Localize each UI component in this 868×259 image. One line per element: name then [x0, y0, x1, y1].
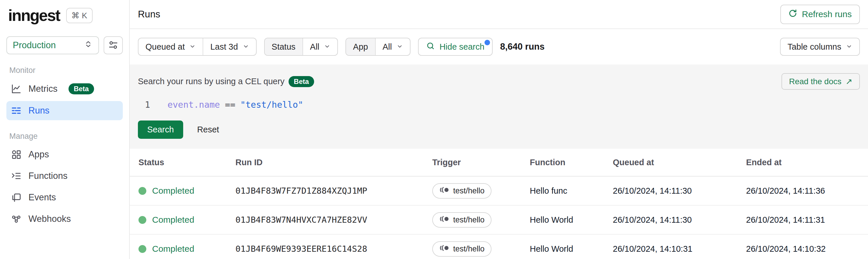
refresh-label: Refresh runs [802, 9, 852, 19]
query-operator: == [225, 99, 236, 110]
table-columns-dropdown[interactable]: Table columns [781, 38, 859, 55]
section-label-monitor: Monitor [9, 66, 123, 75]
cel-query-editor[interactable]: 1 event.name == "test/hello" [138, 98, 860, 111]
sidebar-item-runs[interactable]: Runs [6, 101, 123, 120]
metrics-icon [11, 84, 22, 94]
ended-at-timestamp: 26/10/2024, 14:11:31 [746, 215, 868, 225]
trigger-event-name: test/hello [453, 244, 485, 254]
table-row[interactable]: Completed 01JB4F83W7FZ7D1Z884XZQJ1MP tes… [130, 176, 868, 206]
sidebar-item-label: Runs [28, 106, 49, 116]
section-label-manage: Manage [9, 132, 123, 141]
status-label: Completed [152, 186, 194, 196]
app-filter-label: App [346, 38, 375, 55]
queued-at-timestamp: 26/10/2024, 14:11:30 [613, 215, 746, 225]
sidebar-item-events[interactable]: Events [6, 188, 123, 207]
status-cell: Completed [138, 186, 236, 196]
environment-filter-button[interactable] [104, 36, 123, 54]
webhooks-icon [11, 214, 22, 224]
column-header-status: Status [138, 158, 236, 167]
chevron-down-icon [324, 42, 330, 52]
chevron-down-icon [189, 42, 196, 52]
query-property: event.name [167, 99, 220, 110]
runs-table: Status Run ID Trigger Function Queued at… [130, 149, 868, 259]
table-row[interactable]: Completed 01JB4F69WE9393EERE16C14S28 tes… [130, 235, 868, 259]
run-id: 01JB4F83W7FZ7D1Z884XZQJ1MP [236, 186, 432, 196]
runs-icon [11, 106, 22, 116]
column-header-queued-at: Queued at [613, 158, 746, 167]
column-header-run-id: Run ID [236, 158, 432, 167]
external-link-icon: ↗ [846, 77, 852, 86]
refresh-runs-button[interactable]: Refresh runs [780, 5, 860, 24]
docs-link-label: Read the docs [789, 77, 842, 86]
trigger-cell: test/hello [432, 212, 530, 228]
sidebar-item-label: Apps [28, 149, 49, 160]
trigger-event-name: test/hello [453, 215, 485, 225]
table-row[interactable]: Completed 01JB4F83W7N4HVXC7A7HZE82VV tes… [130, 206, 868, 235]
status-cell: Completed [138, 215, 236, 225]
table-body: Completed 01JB4F83W7FZ7D1Z884XZQJ1MP tes… [130, 176, 868, 259]
app-root: inngest ⌘ K Production Monitor [0, 0, 868, 259]
chevron-down-icon [397, 42, 403, 52]
sliders-icon [108, 40, 118, 51]
beta-badge: Beta [68, 83, 94, 94]
query-string: "test/hello" [240, 99, 303, 110]
status-filter-label: Status [265, 38, 303, 55]
sidebar-item-metrics[interactable]: Metrics Beta [6, 79, 123, 99]
panel-actions: Search Reset [138, 120, 860, 139]
environment-name: Production [13, 40, 56, 51]
cel-query: event.name == "test/hello" [167, 99, 303, 110]
app-filter-dropdown[interactable]: All [375, 38, 410, 55]
notification-dot [485, 40, 490, 45]
filter-bar: Queued at Last 3d Status All App All [130, 29, 868, 64]
status-dot-completed [138, 216, 146, 224]
function-name: Hello World [530, 215, 613, 225]
panel-head: Search your runs by using a CEL query Be… [138, 73, 860, 90]
page-header: Runs Refresh runs [130, 0, 868, 29]
column-header-function: Function [530, 158, 613, 167]
sidebar-item-functions[interactable]: Functions [6, 166, 123, 185]
trigger-pill: test/hello [432, 183, 492, 199]
ended-at-timestamp: 26/10/2024, 14:10:32 [746, 244, 868, 254]
trigger-cell: test/hello [432, 241, 530, 257]
sidebar-item-label: Events [28, 192, 56, 203]
events-icon [11, 192, 22, 203]
apps-icon [11, 149, 22, 160]
status-filter-dropdown[interactable]: All [303, 38, 337, 55]
trigger-pill: test/hello [432, 241, 492, 257]
logo-row: inngest ⌘ K [6, 6, 123, 24]
cel-search-panel: Search your runs by using a CEL query Be… [130, 64, 868, 149]
sidebar-item-apps[interactable]: Apps [6, 145, 123, 164]
column-header-ended-at: Ended at [746, 158, 868, 167]
event-icon [439, 215, 449, 225]
time-field-dropdown[interactable]: Queued at [138, 38, 203, 55]
reset-button[interactable]: Reset [197, 125, 219, 135]
refresh-icon [788, 9, 797, 20]
search-button[interactable]: Search [138, 120, 183, 139]
sidebar-nav: Monitor Metrics Beta Runs Manage App [6, 66, 123, 229]
environment-selector[interactable]: Production [6, 36, 99, 54]
trigger-cell: test/hello [432, 183, 530, 199]
chevron-down-icon [846, 42, 852, 52]
read-the-docs-button[interactable]: Read the docs ↗ [781, 73, 860, 90]
sidebar-item-webhooks[interactable]: Webhooks [6, 209, 123, 229]
hide-search-button[interactable]: Hide search [418, 38, 493, 56]
command-k-shortcut[interactable]: ⌘ K [66, 8, 92, 24]
status-label: Completed [152, 215, 194, 225]
page-title: Runs [138, 9, 160, 20]
time-range-dropdown[interactable]: Last 3d [203, 38, 256, 55]
time-filter: Queued at Last 3d [138, 38, 257, 56]
table-columns-control: Table columns [780, 38, 860, 56]
sidebar-item-label: Webhooks [28, 214, 71, 224]
sidebar-item-label: Metrics [28, 84, 58, 94]
panel-title: Search your runs by using a CEL query [138, 77, 284, 86]
run-id: 01JB4F69WE9393EERE16C14S28 [236, 244, 432, 254]
ended-at-timestamp: 26/10/2024, 14:11:36 [746, 186, 868, 196]
status-dot-completed [138, 187, 146, 195]
sidebar-item-label: Functions [28, 171, 67, 181]
column-header-trigger: Trigger [432, 158, 530, 167]
environment-row: Production [6, 36, 123, 54]
trigger-event-name: test/hello [453, 186, 485, 195]
main-content: Runs Refresh runs Queued at Last 3d [130, 0, 868, 259]
status-cell: Completed [138, 244, 236, 254]
runs-count: 8,640 runs [500, 41, 545, 52]
